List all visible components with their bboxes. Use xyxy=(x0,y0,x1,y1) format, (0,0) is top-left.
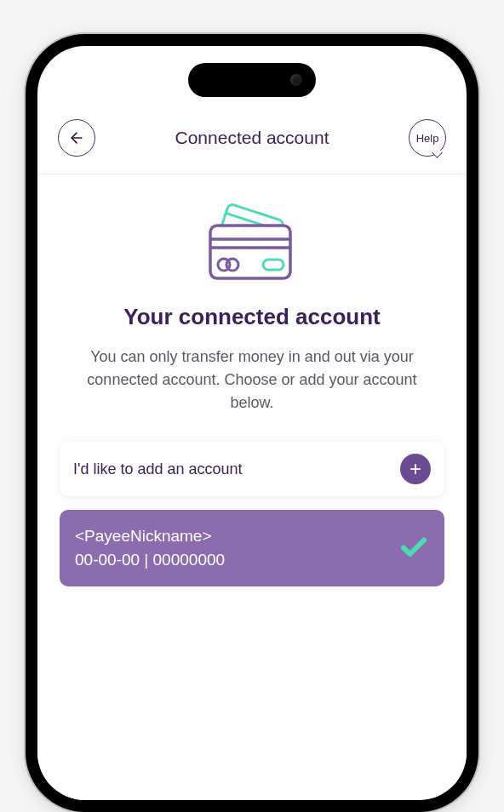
help-label: Help xyxy=(416,132,439,145)
help-button[interactable]: Help xyxy=(409,119,446,157)
page-title: Your connected account xyxy=(60,304,444,330)
add-account-card[interactable]: I'd like to add an account + xyxy=(60,442,444,496)
connected-account-card[interactable]: <PayeeNickname> 00-00-00 | 00000000 xyxy=(60,510,444,586)
wallet-cards-icon xyxy=(197,200,307,285)
device-notch xyxy=(188,63,316,97)
account-details: 00-00-00 | 00000000 xyxy=(75,551,225,569)
screen: Connected account Help xyxy=(37,46,467,800)
main-area: Your connected account You can only tran… xyxy=(37,174,467,626)
screen-content: Connected account Help xyxy=(37,46,467,800)
account-nickname: <PayeeNickname> xyxy=(75,527,225,546)
cards-illustration xyxy=(60,200,444,285)
arrow-left-icon xyxy=(68,129,85,146)
header-bar: Connected account Help xyxy=(37,112,467,174)
plus-icon: + xyxy=(400,454,431,484)
add-account-label: I'd like to add an account xyxy=(73,460,243,478)
back-button[interactable] xyxy=(58,119,95,157)
check-icon xyxy=(398,531,429,565)
device-frame: Connected account Help xyxy=(26,34,478,812)
account-info: <PayeeNickname> 00-00-00 | 00000000 xyxy=(75,527,225,569)
page-description: You can only transfer money in and out v… xyxy=(60,346,444,415)
header-title: Connected account xyxy=(175,128,329,148)
